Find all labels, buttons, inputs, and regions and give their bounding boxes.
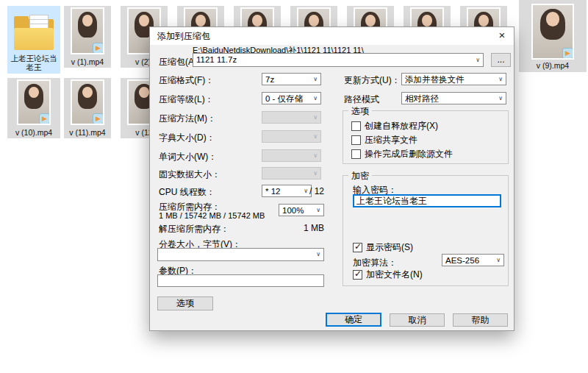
options-group-title: 选项: [348, 105, 372, 118]
algorithm-value: AES-256: [445, 256, 479, 265]
level-combo[interactable]: 0 - 仅存储: [262, 92, 321, 104]
memory-percent-combo[interactable]: 100%: [279, 204, 324, 216]
play-icon: ▶: [39, 113, 50, 124]
update-mode-label: 更新方式(U)：: [344, 74, 401, 87]
level-value: 0 - 仅存储: [265, 94, 303, 103]
memory-detail: 1 MB / 15742 MB / 15742 MB: [159, 211, 265, 220]
video-tile-v11[interactable]: ▶ v (11).mp4: [64, 78, 111, 138]
parameters-input[interactable]: [157, 274, 324, 287]
show-password-checkbox-row[interactable]: 显示密码(S): [353, 241, 413, 254]
method-label: 压缩方法(M)：: [159, 113, 216, 125]
close-icon[interactable]: ×: [490, 27, 514, 45]
video-filename: v (9).mp4: [519, 61, 587, 70]
cancel-button[interactable]: 取消: [390, 313, 445, 327]
folder-name: 上老王论坛当老王: [8, 54, 60, 71]
path-mode-label: 路径模式: [344, 93, 379, 106]
video-tile-v10[interactable]: ▶ v (10).mp4: [7, 78, 60, 138]
video-filename: v (11).mp4: [64, 128, 111, 137]
folder-icon: [14, 15, 54, 50]
desktop: 上老王论坛当老王 ▶ v (1).mp4 v (2). ▶ v (9).mp4 …: [0, 0, 588, 373]
solid-size-combo: [262, 167, 321, 180]
decompress-memory-value: 1 MB: [282, 223, 324, 233]
play-icon: ▶: [93, 43, 104, 54]
dialog-title: 添加到压缩包: [157, 27, 210, 45]
volume-size-combo[interactable]: [157, 248, 324, 261]
sfx-checkbox-row[interactable]: 创建自释放程序(X): [351, 120, 438, 132]
sfx-checkbox-label: 创建自释放程序(X): [365, 120, 438, 132]
add-to-archive-dialog: 添加到压缩包 × 压缩包(A)： E:\BaiduNetdiskDownload…: [149, 26, 514, 331]
path-mode-value: 相对路径: [405, 94, 439, 103]
shared-files-checkbox-row[interactable]: 压缩共享文件: [351, 134, 417, 146]
password-input[interactable]: [353, 194, 501, 207]
shared-files-checkbox[interactable]: [351, 135, 361, 145]
cpu-threads-label: CPU 线程数：: [159, 186, 215, 199]
video-tile-v9[interactable]: ▶ v (9).mp4: [519, 0, 587, 72]
browse-button[interactable]: ...: [491, 53, 511, 67]
update-mode-value: 添加并替换文件: [405, 75, 465, 84]
archive-name-combo[interactable]: 1121 11.7z: [193, 53, 484, 67]
format-combo[interactable]: 7z: [262, 73, 321, 85]
video-thumbnail: ▶: [531, 4, 574, 60]
cpu-threads-value: * 12: [265, 187, 280, 196]
word-size-label: 单词大小(W)：: [159, 151, 217, 163]
video-thumbnail: ▶: [71, 7, 104, 54]
solid-size-label: 固实数据大小：: [159, 168, 220, 181]
encrypt-names-checkbox-row[interactable]: 加密文件名(N): [353, 269, 423, 281]
level-label: 压缩等级(L)：: [159, 93, 214, 106]
video-thumbnail: ▶: [17, 79, 51, 125]
algorithm-label: 加密算法：: [353, 257, 397, 269]
ok-button[interactable]: 确定: [326, 313, 381, 327]
memory-percent-value: 100%: [282, 206, 304, 215]
video-thumbnail: ▶: [71, 79, 104, 125]
sfx-checkbox[interactable]: [351, 121, 361, 131]
decompress-memory-label: 解压缩所需内存：: [159, 223, 229, 235]
dict-size-label: 字典大小(D)：: [159, 132, 215, 144]
video-filename: v (10).mp4: [7, 128, 60, 137]
delete-source-checkbox-row[interactable]: 操作完成后删除源文件: [351, 148, 453, 160]
options-button[interactable]: 选项: [157, 296, 213, 310]
encryption-group-title: 加密: [348, 170, 372, 182]
archive-name-value: 1121 11.7z: [196, 55, 237, 64]
format-label: 压缩格式(F)：: [159, 74, 214, 87]
encrypt-names-label: 加密文件名(N): [366, 269, 423, 281]
encrypt-names-checkbox[interactable]: [353, 270, 362, 280]
delete-source-checkbox-label: 操作完成后删除源文件: [365, 148, 453, 160]
format-value: 7z: [265, 75, 274, 84]
algorithm-combo[interactable]: AES-256: [442, 254, 504, 266]
help-button[interactable]: 帮助: [453, 313, 508, 327]
method-combo: [262, 111, 321, 124]
show-password-label: 显示密码(S): [366, 241, 413, 254]
shared-files-checkbox-label: 压缩共享文件: [365, 134, 417, 146]
cpu-threads-max: / 12: [304, 186, 324, 196]
video-filename: v (1).mp4: [64, 57, 111, 66]
path-mode-combo[interactable]: 相对路径: [401, 92, 506, 104]
dialog-titlebar[interactable]: 添加到压缩包 ×: [150, 27, 514, 45]
play-icon: ▶: [562, 48, 573, 59]
folder-tile[interactable]: 上老王论坛当老王: [7, 6, 60, 74]
update-mode-combo[interactable]: 添加并替换文件: [401, 73, 506, 85]
dict-size-combo: [262, 130, 321, 143]
play-icon: ▶: [93, 113, 104, 124]
show-password-checkbox[interactable]: [353, 243, 362, 252]
word-size-combo: [262, 149, 321, 162]
delete-source-checkbox[interactable]: [351, 149, 361, 159]
video-tile-v1[interactable]: ▶ v (1).mp4: [64, 6, 111, 68]
